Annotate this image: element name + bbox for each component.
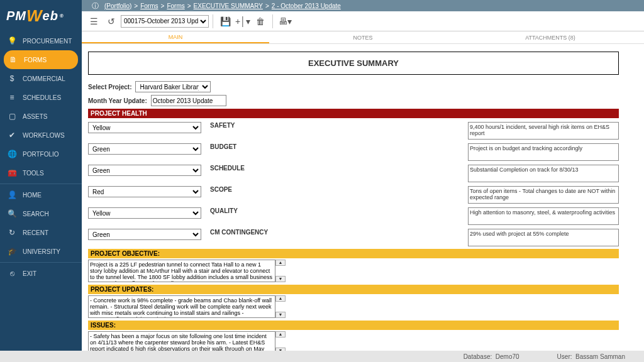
month-year-label: Month Year Update: [88,97,147,104]
user-value: Bassam Samman [575,353,625,360]
tab-main[interactable]: MAIN [82,31,269,43]
save-icon[interactable]: 💾 [217,13,233,30]
sidebar-item-tools[interactable]: 🧰TOOLS [0,163,82,182]
spin-down-icon[interactable]: ▼ [275,312,286,318]
quality-status[interactable]: Yellow [88,207,201,219]
globe-icon: 🌐 [8,150,16,158]
toolbar: ☰ ↺ 000175-October 2013 Update 💾 +│▾ 🗑 🖶… [82,11,644,31]
project-updates-header: PROJECT UPDATES: [88,285,619,294]
record-selector[interactable]: 000175-October 2013 Update [121,15,209,28]
breadcrumb-forms-1[interactable]: Forms [140,3,158,9]
sidebar-item-university[interactable]: 🎓UNIVERSITY [0,242,82,261]
spin-up-icon[interactable]: ▲ [275,260,286,266]
print-icon[interactable]: 🖶▾ [277,13,293,30]
document-icon: 🗎 [9,55,18,64]
add-icon[interactable]: +│▾ [235,13,251,30]
sidebar-item-workflows[interactable]: ✔WORKFLOWS [0,126,82,145]
sidebar-item-schedules[interactable]: ≡SCHEDULES [0,88,82,107]
project-updates-text[interactable]: - Concrete work is 98% complete - grade … [88,295,275,318]
spin-up-icon[interactable]: ▲ [275,295,286,302]
database-value: Demo70 [496,353,519,360]
schedule-label: SCHEDULE [210,165,245,172]
sidebar-item-portfolio[interactable]: 🌐PORTFOLIO [0,145,82,163]
user-label: User: [557,353,572,360]
project-objective-text[interactable]: Project is a 225 LF pedestrian tunnel to… [88,260,275,282]
sidebar-item-procurement[interactable]: 💡PROCUREMENT [0,31,82,50]
breadcrumb-portfolio[interactable]: (Portfolio) [104,3,131,9]
month-year-input[interactable] [151,95,226,106]
history-icon[interactable]: ↺ [103,13,119,30]
sidebar-item-assets[interactable]: ▢ASSETS [0,107,82,126]
safety-label: SAFETY [210,122,235,129]
safety-status[interactable]: Yellow [88,122,201,133]
delete-icon[interactable]: 🗑 [252,13,269,30]
scope-note[interactable]: Tons of open items - Total changes to da… [468,186,619,204]
box-icon: ▢ [8,112,16,121]
spin-down-icon[interactable]: ▼ [275,276,286,282]
sidebar-item-forms[interactable]: 🗎FORMS [4,50,78,69]
history-icon: ↻ [8,228,16,237]
project-objective-header: PROJECT OBJECTIVE: [88,249,619,258]
app-logo: PMWeb® [0,0,82,31]
cm-label: CM CONTINGENCY [210,229,268,236]
avatar-icon: 👤 [8,190,16,199]
briefcase-icon: 🧰 [8,168,16,177]
schedule-status[interactable]: Green [88,165,201,176]
form-content: EXECUTIVE SUMMARY Select Project: Harvar… [82,45,644,351]
scope-status[interactable]: Red [88,186,201,197]
select-project-label: Select Project: [88,84,131,90]
cm-note[interactable]: 29% used with project at 55% complete [468,229,619,246]
sidebar-item-search[interactable]: 🔍SEARCH [0,204,82,223]
breadcrumb: ⓘ (Portfolio) > Forms > Forms > EXECUTIV… [0,0,644,11]
sidebar-item-commercial[interactable]: $COMMERCIAL [0,69,82,88]
spin-up-icon[interactable]: ▲ [275,331,286,337]
sidebar: PMWeb® 💡PROCUREMENT 🗎FORMS $COMMERCIAL ≡… [0,0,82,362]
lightbulb-icon: 💡 [8,36,16,45]
form-title: EXECUTIVE SUMMARY [88,52,619,75]
sidebar-item-exit[interactable]: ⎋EXIT [0,264,82,283]
project-health-header: PROJECT HEALTH [88,109,619,118]
schedule-note[interactable]: Substantial Completion on track for 8/30… [468,165,619,182]
budget-label: BUDGET [210,143,236,150]
issues-header: ISSUES: [88,321,619,330]
budget-note[interactable]: Project is on budget and tracking accord… [468,143,619,161]
budget-status[interactable]: Green [88,143,201,155]
breadcrumb-exec-summary[interactable]: EXECUTIVE SUMMARY [194,3,263,9]
info-icon[interactable]: ⓘ [89,0,101,11]
dollar-icon: $ [8,74,16,83]
tab-notes[interactable]: NOTES [269,31,457,43]
breadcrumb-forms-2[interactable]: Forms [167,3,184,9]
tab-attachments[interactable]: ATTACHMENTS (8) [457,31,644,43]
graduation-icon: 🎓 [8,247,16,256]
search-icon: 🔍 [8,209,16,218]
sidebar-item-home[interactable]: 👤HOME [0,185,82,204]
cm-status[interactable]: Green [88,229,201,240]
database-label: Database: [464,353,492,360]
tabs: MAIN NOTES ATTACHMENTS (8) [82,31,644,44]
check-icon: ✔ [8,131,16,140]
sidebar-item-recent[interactable]: ↻RECENT [0,223,82,242]
bars-icon: ≡ [8,93,16,102]
quality-label: QUALITY [210,207,238,214]
select-project-dropdown[interactable]: Harvard Baker Library Renov [135,81,211,92]
status-bar: Database: Demo70 User: Bassam Samman [0,351,644,362]
scope-label: SCOPE [210,186,232,193]
exit-icon: ⎋ [8,269,16,278]
list-icon[interactable]: ☰ [86,13,102,30]
quality-note[interactable]: High attention to masonry, steel, & wate… [468,207,619,225]
issues-text[interactable]: - Safety has been a major focus on site … [88,331,275,351]
breadcrumb-record[interactable]: 2 - October 2013 Update [272,3,341,9]
safety-note[interactable]: 9,400 hours/1 incident, several high ris… [468,122,619,140]
